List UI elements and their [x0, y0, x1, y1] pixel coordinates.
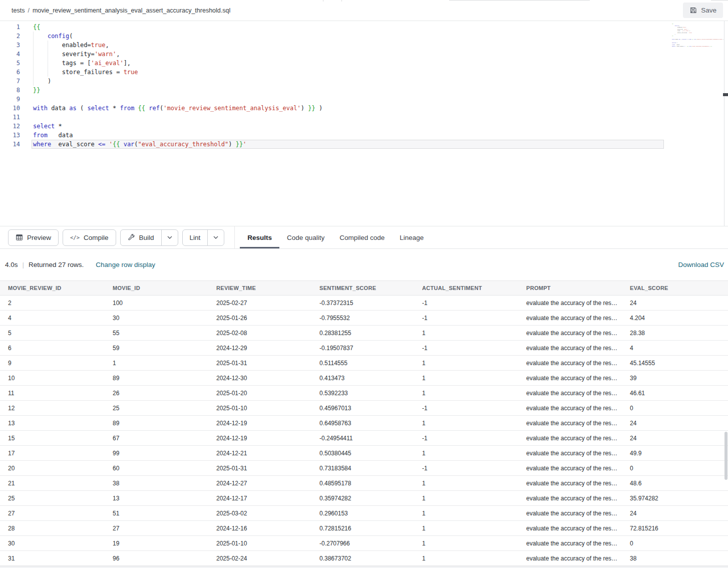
save-icon — [689, 7, 697, 14]
cell-actual_sentiment: 1 — [414, 375, 518, 382]
cell-review_time: 2025-02-08 — [208, 330, 311, 337]
cell-actual_sentiment: 1 — [414, 360, 518, 367]
cell-actual_sentiment: -1 — [414, 465, 518, 472]
code-icon: </> — [70, 234, 80, 240]
cell-review_time: 2025-01-10 — [208, 405, 311, 412]
code-line-content: }} — [32, 86, 664, 95]
editor-toolbar: Preview </> Compile Build — [0, 226, 728, 249]
code-line: 2 config( — [0, 32, 728, 41]
cell-sentiment_score: 0.72815216 — [311, 525, 414, 532]
tab-results[interactable]: Results — [240, 226, 279, 248]
table-row: 21382024-12-270.485951781evaluate the ac… — [0, 476, 728, 491]
lint-dropdown-toggle[interactable] — [207, 230, 224, 245]
cell-prompt: evaluate the accuracy of the res… — [518, 480, 622, 487]
cell-review_time: 2025-01-20 — [208, 390, 311, 397]
change-row-display-link[interactable]: Change row display — [96, 261, 155, 268]
build-button-main[interactable]: Build — [121, 230, 161, 245]
line-number: 7 — [0, 77, 20, 86]
cell-movie_id: 19 — [105, 540, 208, 547]
cell-movie_review_id: 21 — [0, 480, 105, 487]
tab-compiled-code[interactable]: Compiled code — [332, 226, 392, 248]
cell-movie_id: 89 — [105, 375, 208, 382]
cell-eval_score: 38 — [622, 555, 728, 562]
query-status-bar: 4.0s | Returned 27 rows. Change row disp… — [0, 249, 728, 280]
lint-button[interactable]: Lint — [182, 229, 225, 246]
line-number: 10 — [0, 104, 20, 113]
cell-prompt: evaluate the accuracy of the res… — [518, 390, 622, 397]
editor-minimap[interactable]: {{ config( enabled=true, severity='warn'… — [672, 23, 724, 83]
code-line-content: config( — [32, 32, 664, 41]
cell-movie_id: 25 — [105, 405, 208, 412]
line-number: 6 — [0, 68, 20, 77]
table-row: 31962025-02-240.386737021evaluate the ac… — [0, 551, 728, 566]
cell-movie_review_id: 31 — [0, 555, 105, 562]
cell-actual_sentiment: 1 — [414, 480, 518, 487]
editor-scrollbar-thumb[interactable] — [723, 93, 728, 96]
cell-eval_score: 39 — [622, 375, 728, 382]
cell-movie_id: 99 — [105, 450, 208, 457]
cell-review_time: 2025-02-27 — [208, 300, 311, 307]
download-csv-link[interactable]: Download CSV — [678, 261, 724, 268]
lint-button-main[interactable]: Lint — [183, 230, 208, 245]
cell-review_time: 2024-12-19 — [208, 435, 311, 442]
cell-eval_score: 49.9 — [622, 450, 728, 457]
preview-button[interactable]: Preview — [8, 229, 59, 246]
cell-eval_score: 35.974282 — [622, 495, 728, 502]
code-line: 11 — [0, 113, 728, 122]
prompt-preview-text: evaluate the accuracy of the res… — [526, 420, 617, 427]
compile-button[interactable]: </> Compile — [63, 229, 116, 246]
sql-code-editor[interactable]: 1{{2 config(3 enabled=true,4 severity='w… — [0, 21, 728, 226]
cell-eval_score: 28.38 — [622, 330, 728, 337]
chevron-down-icon — [213, 236, 218, 239]
cell-review_time: 2024-12-21 — [208, 450, 311, 457]
cell-prompt: evaluate the accuracy of the res… — [518, 330, 622, 337]
cell-movie_review_id: 4 — [0, 315, 105, 322]
line-number: 5 — [0, 59, 20, 68]
prompt-preview-text: evaluate the accuracy of the res… — [526, 510, 617, 517]
column-header-actual_sentiment: ACTUAL_SENTIMENT — [414, 285, 518, 291]
build-button[interactable]: Build — [120, 229, 178, 246]
save-button[interactable]: Save — [683, 3, 723, 18]
cell-prompt: evaluate the accuracy of the res… — [518, 555, 622, 562]
cell-eval_score: 4.204 — [622, 315, 728, 322]
line-number: 2 — [0, 32, 20, 41]
tab-strip-edge — [323, 0, 323, 2]
cell-movie_review_id: 9 — [0, 360, 105, 367]
cell-actual_sentiment: -1 — [414, 300, 518, 307]
table-row: 20602025-01-310.73183584-1evaluate the a… — [0, 461, 728, 476]
code-line: 6 store_failures = true — [0, 68, 728, 77]
build-dropdown-toggle[interactable] — [161, 230, 178, 245]
column-header-movie_id: MOVIE_ID — [105, 285, 208, 291]
results-scrollbar-thumb[interactable] — [724, 432, 727, 480]
cell-prompt: evaluate the accuracy of the res… — [518, 450, 622, 457]
line-number: 12 — [0, 122, 20, 131]
prompt-preview-text: evaluate the accuracy of the res… — [526, 375, 617, 382]
prompt-preview-text: evaluate the accuracy of the res… — [526, 330, 617, 337]
table-row: 11262025-01-200.53922331evaluate the acc… — [0, 386, 728, 401]
cell-movie_review_id: 5 — [0, 330, 105, 337]
row-count-summary: Returned 27 rows. — [29, 261, 84, 268]
column-header-eval_score: EVAL_SCORE — [622, 285, 728, 291]
cell-sentiment_score: 0.28381255 — [311, 330, 414, 337]
prompt-preview-text: evaluate the accuracy of the res… — [526, 480, 617, 487]
cell-movie_review_id: 12 — [0, 405, 105, 412]
cell-review_time: 2024-12-16 — [208, 525, 311, 532]
tab-lineage[interactable]: Lineage — [392, 226, 431, 248]
cell-sentiment_score: 0.5114555 — [311, 360, 414, 367]
cell-movie_id: 1 — [105, 360, 208, 367]
table-row: 12252025-01-100.45967013-1evaluate the a… — [0, 401, 728, 416]
results-table-body: 21002025-02-27-0.37372315-1evaluate the … — [0, 296, 728, 566]
tab-code-quality[interactable]: Code quality — [279, 226, 332, 248]
breadcrumb-segment: tests — [12, 7, 25, 14]
table-row: 27512025-03-020.29601531evaluate the acc… — [0, 506, 728, 521]
cell-movie_id: 100 — [105, 300, 208, 307]
code-line: 5 tags = ['ai_eval'], — [0, 59, 728, 68]
cell-eval_score: 0 — [622, 405, 728, 412]
cell-review_time: 2025-02-24 — [208, 555, 311, 562]
cell-eval_score: 45.14555 — [622, 360, 728, 367]
cell-actual_sentiment: -1 — [414, 345, 518, 352]
line-number: 1 — [0, 23, 20, 32]
prompt-preview-text: evaluate the accuracy of the res… — [526, 300, 617, 307]
code-line-content: ) — [32, 77, 664, 86]
code-line-content: {{ — [32, 23, 664, 32]
